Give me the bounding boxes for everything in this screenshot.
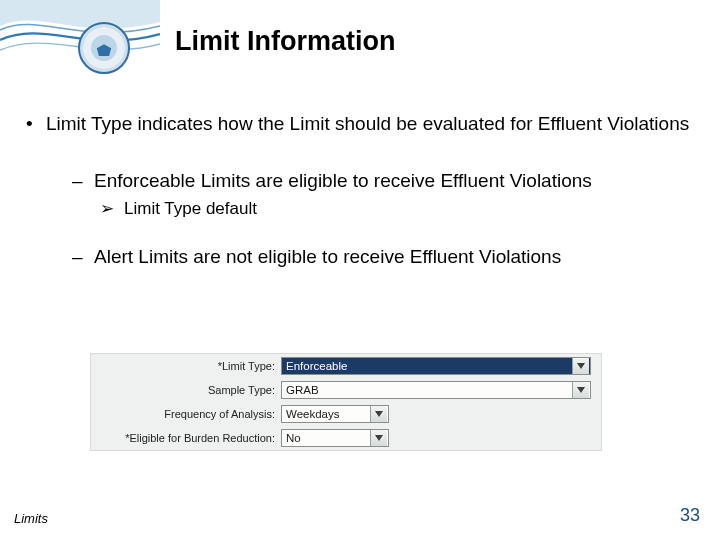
form-row-sample-type: Sample Type: GRAB	[91, 378, 601, 402]
bullet-level-2: –Alert Limits are not eligible to receiv…	[72, 245, 694, 268]
bullet-dot-icon: •	[26, 112, 46, 135]
select-burden-reduction[interactable]: No	[281, 429, 389, 447]
bullet-3a-text: Limit Type default	[124, 199, 257, 218]
agency-seal-icon	[78, 22, 130, 74]
select-limit-type-value: Enforceable	[286, 360, 572, 372]
bullet-2b-text: Alert Limits are not eligible to receive…	[94, 246, 561, 267]
form-row-limit-type: *Limit Type: Enforceable	[91, 354, 601, 378]
select-frequency[interactable]: Weekdays	[281, 405, 389, 423]
form-row-frequency: Frequency of Analysis: Weekdays	[91, 402, 601, 426]
label-burden-reduction: *Eligible for Burden Reduction:	[91, 432, 281, 444]
label-frequency: Frequency of Analysis:	[91, 408, 281, 420]
chevron-down-icon[interactable]	[370, 430, 387, 446]
bullet-level-1: •Limit Type indicates how the Limit shou…	[26, 112, 694, 135]
chevron-down-icon[interactable]	[572, 358, 589, 374]
select-frequency-value: Weekdays	[286, 408, 370, 420]
select-sample-type[interactable]: GRAB	[281, 381, 591, 399]
footer-page-number: 33	[680, 505, 700, 526]
page-title: Limit Information	[175, 26, 395, 57]
bullet-dash-icon: –	[72, 169, 94, 192]
bullet-2a-text: Enforceable Limits are eligible to recei…	[94, 170, 592, 191]
chevron-down-icon[interactable]	[370, 406, 387, 422]
bullet-level-3: ➢Limit Type default	[100, 198, 694, 219]
chevron-down-icon[interactable]	[572, 382, 589, 398]
footer-section-label: Limits	[14, 511, 48, 526]
label-sample-type: Sample Type:	[91, 384, 281, 396]
bullet-dash-icon: –	[72, 245, 94, 268]
bullet-triangle-icon: ➢	[100, 198, 124, 219]
form-row-burden-reduction: *Eligible for Burden Reduction: No	[91, 426, 601, 450]
slide-header: Integrated Compliance Information System…	[0, 0, 720, 80]
form-screenshot: *Limit Type: Enforceable Sample Type: GR…	[90, 353, 602, 451]
slide-body: •Limit Type indicates how the Limit shou…	[26, 112, 694, 275]
select-limit-type[interactable]: Enforceable	[281, 357, 591, 375]
select-burden-reduction-value: No	[286, 432, 370, 444]
bullet-level-2: –Enforceable Limits are eligible to rece…	[72, 169, 694, 192]
bullet-1-text: Limit Type indicates how the Limit shoul…	[46, 113, 689, 134]
label-limit-type: *Limit Type:	[91, 360, 281, 372]
select-sample-type-value: GRAB	[286, 384, 572, 396]
